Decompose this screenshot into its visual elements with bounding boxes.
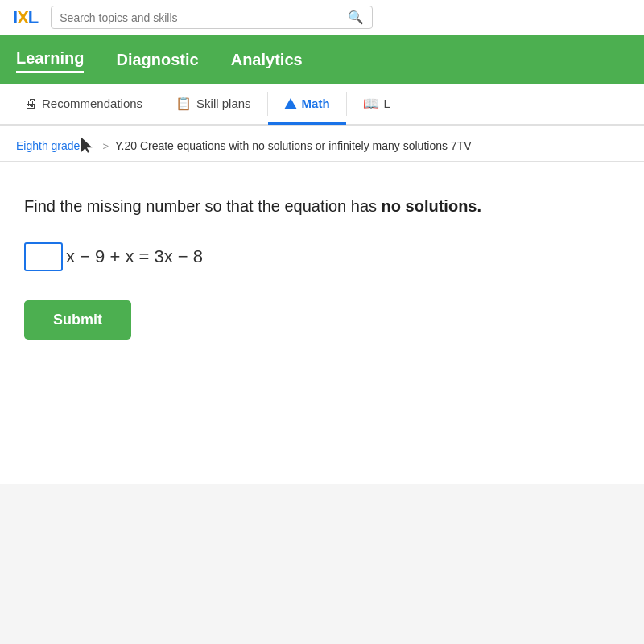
breadcrumb: Eighth grade > Y.20 Create equations wit… <box>0 126 644 162</box>
equation-row: x − 9 + x = 3x − 8 <box>24 242 620 271</box>
tab-math[interactable]: Math <box>268 85 346 125</box>
question-instruction: Find the missing number so that the equa… <box>24 197 382 215</box>
top-bar: IXL 🔍 <box>0 0 644 35</box>
tab-recommendations[interactable]: 🖨 Recommendations <box>8 85 159 125</box>
search-bar[interactable]: 🔍 <box>51 6 373 29</box>
submit-button[interactable]: Submit <box>24 300 131 340</box>
search-input[interactable] <box>60 11 341 24</box>
search-icon: 🔍 <box>348 10 364 25</box>
breadcrumb-chevron: > <box>102 140 109 152</box>
answer-input-box[interactable] <box>24 242 63 271</box>
nav-item-learning[interactable]: Learning <box>16 46 84 73</box>
tab-skill-plans-label: Skill plans <box>196 97 251 110</box>
nav-item-diagnostic[interactable]: Diagnostic <box>116 47 198 72</box>
tab-recommendations-label: Recommendations <box>42 97 142 110</box>
breadcrumb-grade[interactable]: Eighth grade <box>16 139 80 152</box>
breadcrumb-skill: Y.20 Create equations with no solutions … <box>115 139 472 152</box>
main-nav: Learning Diagnostic Analytics <box>0 35 644 84</box>
question-text: Find the missing number so that the equa… <box>24 194 620 218</box>
equation-text: x − 9 + x = 3x − 8 <box>66 246 203 267</box>
cursor-icon <box>80 137 96 155</box>
tab-language[interactable]: 📖 L <box>347 85 407 125</box>
logo-x: X <box>17 7 28 27</box>
recommendations-icon: 🖨 <box>24 97 37 111</box>
skill-plans-icon: 📋 <box>175 96 192 111</box>
question-emphasis: no solutions. <box>382 197 481 215</box>
tab-math-label: Math <box>302 97 330 110</box>
main-content: Find the missing number so that the equa… <box>0 162 644 484</box>
tab-skill-plans[interactable]: 📋 Skill plans <box>159 85 267 125</box>
language-icon: 📖 <box>363 96 379 111</box>
logo-l: L <box>28 7 38 27</box>
tab-language-label: L <box>384 97 390 110</box>
math-triangle-icon <box>284 98 297 109</box>
logo: IXL <box>13 7 38 28</box>
sub-tabs: 🖨 Recommendations 📋 Skill plans Math 📖 L <box>0 84 644 126</box>
nav-item-analytics[interactable]: Analytics <box>231 47 303 72</box>
